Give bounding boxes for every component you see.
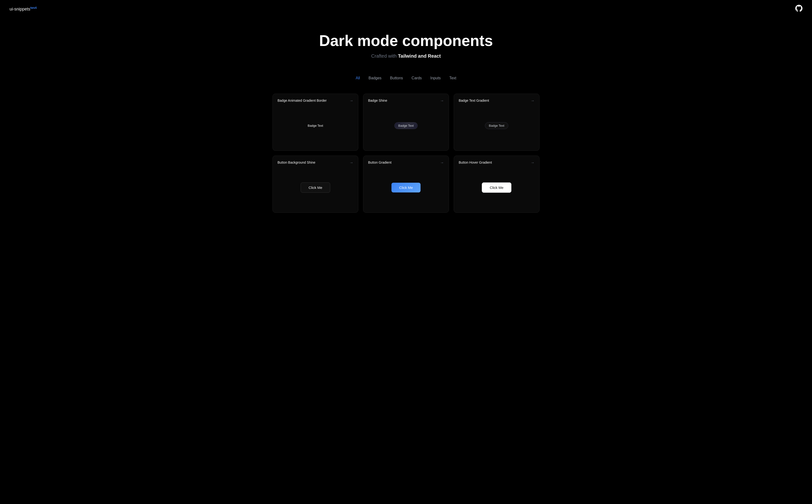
filter-tab-inputs[interactable]: Inputs bbox=[430, 75, 441, 81]
navbar: ui-snippetstwv4 bbox=[0, 0, 812, 18]
hero-section: Dark mode components Crafted with Tailwi… bbox=[0, 18, 812, 64]
filter-tabs: All Badges Buttons Cards Inputs Text bbox=[0, 64, 812, 89]
badge-text-gradient-demo: Badge Text bbox=[485, 122, 508, 129]
logo-version: twv4 bbox=[30, 6, 37, 10]
badge-gradient-border-demo: Badge Text bbox=[304, 122, 327, 129]
card-button-gradient[interactable]: Button Gradient → Click Me bbox=[363, 156, 449, 213]
card-badge-gradient-border[interactable]: Badge Animated Gradient Border → Badge T… bbox=[273, 94, 358, 151]
arrow-icon: → bbox=[350, 161, 353, 165]
github-link[interactable] bbox=[795, 5, 802, 13]
card-content: Click Me bbox=[278, 165, 353, 208]
arrow-icon: → bbox=[350, 99, 353, 103]
card-badge-text-gradient[interactable]: Badge Text Gradient → Badge Text bbox=[454, 94, 539, 151]
subtitle-highlight: Tailwind and React bbox=[398, 53, 441, 59]
card-header: Badge Shine → bbox=[368, 99, 444, 103]
card-header: Badge Animated Gradient Border → bbox=[278, 99, 353, 103]
card-content: Badge Text bbox=[459, 103, 534, 146]
card-content: Click Me bbox=[368, 165, 444, 208]
card-content: Click Me bbox=[459, 165, 534, 208]
card-header: Badge Text Gradient → bbox=[459, 99, 534, 103]
subtitle-prefix: Crafted with bbox=[371, 53, 398, 59]
filter-tab-badges[interactable]: Badges bbox=[368, 75, 382, 81]
card-content: Badge Text bbox=[278, 103, 353, 146]
filter-tab-text[interactable]: Text bbox=[449, 75, 457, 81]
github-icon bbox=[795, 5, 802, 12]
card-title: Badge Animated Gradient Border bbox=[278, 99, 327, 102]
hero-subtitle: Crafted with Tailwind and React bbox=[5, 53, 807, 59]
card-title: Badge Text Gradient bbox=[459, 99, 489, 102]
card-title: Button Hover Gradient bbox=[459, 161, 492, 164]
arrow-icon: → bbox=[440, 161, 444, 165]
btn-gradient-demo[interactable]: Click Me bbox=[391, 183, 421, 192]
arrow-icon: → bbox=[440, 99, 444, 103]
filter-tab-buttons[interactable]: Buttons bbox=[390, 75, 403, 81]
card-button-background-shine[interactable]: Button Background Shine → Click Me bbox=[273, 156, 358, 213]
filter-tab-all[interactable]: All bbox=[355, 75, 361, 81]
arrow-icon: → bbox=[531, 99, 534, 103]
card-title: Badge Shine bbox=[368, 99, 387, 102]
logo[interactable]: ui-snippetstwv4 bbox=[10, 6, 37, 12]
card-title: Button Gradient bbox=[368, 161, 391, 164]
card-content: Badge Text bbox=[368, 103, 444, 146]
hero-title: Dark mode components bbox=[5, 32, 807, 50]
badge-shine-demo: Badge Text bbox=[394, 122, 418, 129]
logo-text: ui-snippets bbox=[10, 7, 30, 11]
card-title: Button Background Shine bbox=[278, 161, 315, 164]
filter-tab-cards[interactable]: Cards bbox=[411, 75, 422, 81]
card-header: Button Gradient → bbox=[368, 161, 444, 165]
components-grid: Badge Animated Gradient Border → Badge T… bbox=[263, 89, 549, 227]
btn-hover-gradient-demo[interactable]: Click Me bbox=[482, 182, 511, 193]
card-button-hover-gradient[interactable]: Button Hover Gradient → Click Me bbox=[454, 156, 539, 213]
card-badge-shine[interactable]: Badge Shine → Badge Text bbox=[363, 94, 449, 151]
arrow-icon: → bbox=[531, 161, 534, 165]
btn-background-shine-demo[interactable]: Click Me bbox=[301, 182, 330, 193]
card-header: Button Hover Gradient → bbox=[459, 161, 534, 165]
card-header: Button Background Shine → bbox=[278, 161, 353, 165]
